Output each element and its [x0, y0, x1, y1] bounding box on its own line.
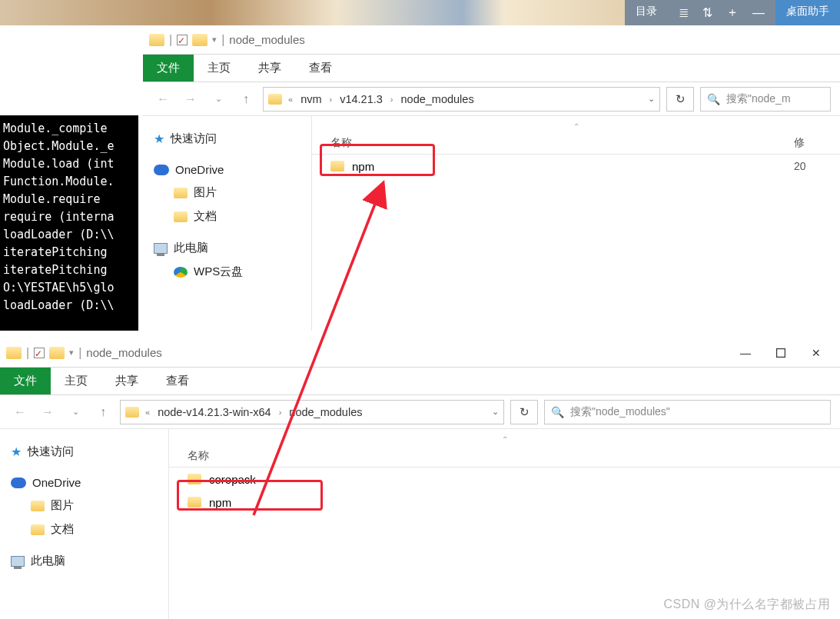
chevron-left-icon[interactable]: « — [285, 95, 296, 104]
tab-share[interactable]: 共享 — [244, 55, 295, 82]
folder-icon — [49, 347, 65, 359]
forward-button[interactable]: → — [180, 88, 201, 110]
breadcrumb[interactable]: node_modules — [287, 406, 364, 418]
sort-icon[interactable]: ⇅ — [702, 5, 712, 20]
file-name: npm — [209, 496, 231, 509]
plus-icon[interactable]: ＋ — [726, 5, 739, 21]
column-modified[interactable]: 修 — [794, 136, 840, 150]
sort-indicator-icon: ⌃ — [169, 435, 840, 444]
wps-icon — [174, 267, 188, 278]
tab-home[interactable]: 主页 — [194, 55, 244, 82]
chevron-right-icon: › — [327, 95, 336, 104]
file-name: corepack — [209, 473, 256, 486]
sidebar-item-wps[interactable]: WPS云盘 — [148, 260, 307, 284]
address-dropdown-icon[interactable]: ⌄ — [648, 94, 655, 104]
nav-sidebar: ★ 快速访问 OneDrive 图片 文档 此电脑 — [143, 116, 312, 331]
sidebar-label: 快速访问 — [28, 444, 74, 459]
sidebar-item-this-pc[interactable]: 此电脑 — [5, 549, 164, 573]
tab-file[interactable]: 文件 — [0, 368, 51, 394]
refresh-button[interactable]: ↻ — [510, 400, 538, 424]
list-item[interactable]: corepack — [169, 468, 840, 491]
forward-button[interactable]: → — [37, 401, 58, 423]
sidebar-item-onedrive[interactable]: OneDrive — [5, 471, 164, 494]
up-button[interactable]: ↑ — [235, 88, 257, 110]
chevron-right-icon: › — [387, 95, 397, 104]
checkbox-icon[interactable] — [177, 35, 188, 45]
sidebar-item-pictures[interactable]: 图片 — [5, 494, 164, 517]
breadcrumb[interactable]: node_modules — [400, 93, 476, 105]
address-bar[interactable]: « node-v14.21.3-win-x64 › node_modules ⌄ — [120, 400, 504, 424]
titlebar[interactable]: | ▾ | node_modules — [143, 25, 840, 55]
file-list[interactable]: ⌃ 名称 corepack npm — [169, 429, 840, 619]
list-item[interactable]: npm 20 — [312, 155, 840, 178]
breadcrumb[interactable]: v14.21.3 — [338, 93, 384, 105]
desktop-catalog-label[interactable]: 目录 — [625, 0, 668, 25]
sidebar-item-quick-access[interactable]: ★ 快速访问 — [148, 127, 307, 151]
file-date: 20 — [794, 160, 840, 172]
tab-home[interactable]: 主页 — [51, 368, 101, 394]
sidebar-item-onedrive[interactable]: OneDrive — [148, 158, 307, 181]
sort-indicator-icon: ⌃ — [312, 122, 840, 131]
sidebar-label: 快速访问 — [171, 131, 217, 146]
folder-icon — [125, 407, 139, 418]
this-pc-icon — [154, 243, 168, 254]
this-pc-icon — [11, 556, 25, 567]
folder-icon — [31, 501, 45, 511]
ribbon-tabs: 文件 主页 共享 查看 — [0, 368, 840, 395]
sidebar-item-documents[interactable]: 文档 — [148, 205, 307, 228]
address-bar[interactable]: « nvm › v14.21.3 › node_modules ⌄ — [263, 87, 660, 111]
explorer-window-1: | ▾ | node_modules 文件 主页 共享 查看 ← → ⌄ ↑ «… — [143, 25, 840, 331]
column-headers[interactable]: 名称 — [169, 444, 840, 468]
search-input[interactable]: 🔍 搜索"node_modules" — [544, 400, 831, 424]
up-button[interactable]: ↑ — [92, 401, 114, 423]
recent-dropdown-icon[interactable]: ⌄ — [65, 401, 86, 423]
maximize-button[interactable] — [763, 341, 798, 365]
list-icon[interactable]: ≣ — [679, 5, 689, 20]
back-button[interactable]: ← — [152, 88, 174, 110]
search-placeholder: 搜索"node_modules" — [570, 405, 670, 419]
checkbox-icon[interactable] — [34, 348, 45, 358]
sidebar-label: 图片 — [194, 185, 217, 200]
tab-share[interactable]: 共享 — [101, 368, 152, 394]
column-headers[interactable]: 名称 修 — [312, 131, 840, 155]
sidebar-label: 文档 — [51, 522, 74, 537]
sidebar-label: 图片 — [51, 498, 74, 513]
file-name: npm — [352, 160, 374, 173]
list-item[interactable]: npm — [169, 491, 840, 514]
sidebar-item-quick-access[interactable]: ★ 快速访问 — [5, 440, 164, 464]
qat-dropdown-icon[interactable]: ▾ — [212, 35, 217, 45]
minimize-button[interactable]: — — [728, 341, 763, 365]
dash-icon[interactable]: — — [752, 6, 765, 20]
folder-icon — [6, 347, 22, 359]
search-input[interactable]: 🔍 搜索"node_m — [700, 87, 831, 111]
refresh-button[interactable]: ↻ — [666, 87, 694, 111]
explorer-window-2: | ▾ | node_modules — ✕ 文件 主页 共享 查看 ← → ⌄… — [0, 338, 840, 619]
chevron-right-icon: › — [276, 408, 285, 417]
sidebar-label: 此电脑 — [31, 554, 65, 568]
desktop-view-icons[interactable]: ≣ ⇅ ＋ — — [668, 0, 775, 25]
titlebar[interactable]: | ▾ | node_modules — ✕ — [0, 338, 840, 368]
file-list[interactable]: ⌃ 名称 修 npm 20 — [312, 116, 840, 331]
desktop-helper-button[interactable]: 桌面助手 — [775, 0, 840, 25]
nav-sidebar: ★ 快速访问 OneDrive 图片 文档 此电脑 — [0, 429, 169, 619]
sidebar-item-this-pc[interactable]: 此电脑 — [148, 236, 307, 260]
sidebar-item-documents[interactable]: 文档 — [5, 517, 164, 541]
address-dropdown-icon[interactable]: ⌄ — [492, 407, 499, 417]
chevron-left-icon[interactable]: « — [142, 408, 153, 417]
tab-view[interactable]: 查看 — [295, 55, 346, 82]
back-button[interactable]: ← — [9, 401, 31, 423]
close-button[interactable]: ✕ — [798, 341, 834, 365]
breadcrumb[interactable]: node-v14.21.3-win-x64 — [156, 406, 273, 418]
sidebar-item-pictures[interactable]: 图片 — [148, 181, 307, 205]
tab-file[interactable]: 文件 — [143, 55, 194, 82]
folder-icon — [31, 524, 45, 535]
column-name[interactable]: 名称 — [169, 449, 840, 463]
breadcrumb[interactable]: nvm — [299, 93, 323, 105]
svg-rect-0 — [777, 348, 785, 357]
recent-dropdown-icon[interactable]: ⌄ — [208, 88, 229, 110]
qat-dropdown-icon[interactable]: ▾ — [69, 348, 74, 358]
tab-view[interactable]: 查看 — [152, 368, 203, 394]
column-name[interactable]: 名称 — [312, 136, 794, 150]
folder-icon — [188, 474, 201, 484]
sep: | — [78, 346, 81, 360]
